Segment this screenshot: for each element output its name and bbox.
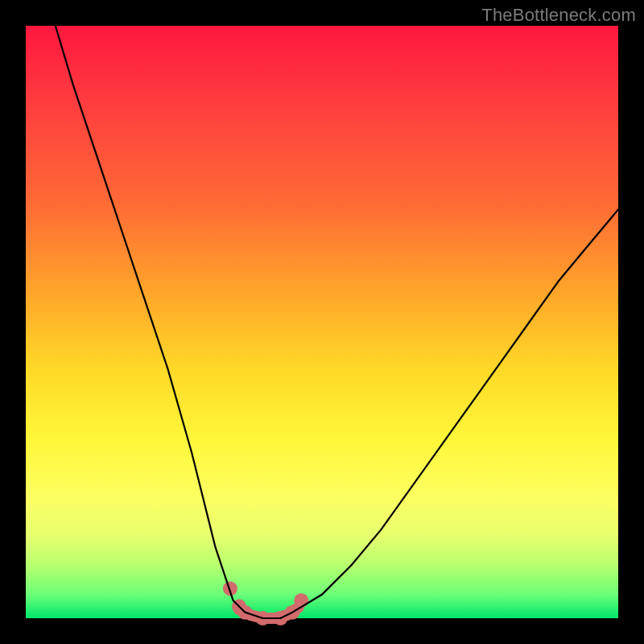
watermark-text: TheBottleneck.com	[481, 5, 636, 26]
chart-frame: TheBottleneck.com	[0, 0, 644, 644]
curve-svg	[26, 26, 618, 618]
bottleneck-curve	[56, 26, 618, 618]
trough-marker	[294, 593, 308, 608]
plot-area	[26, 26, 618, 618]
